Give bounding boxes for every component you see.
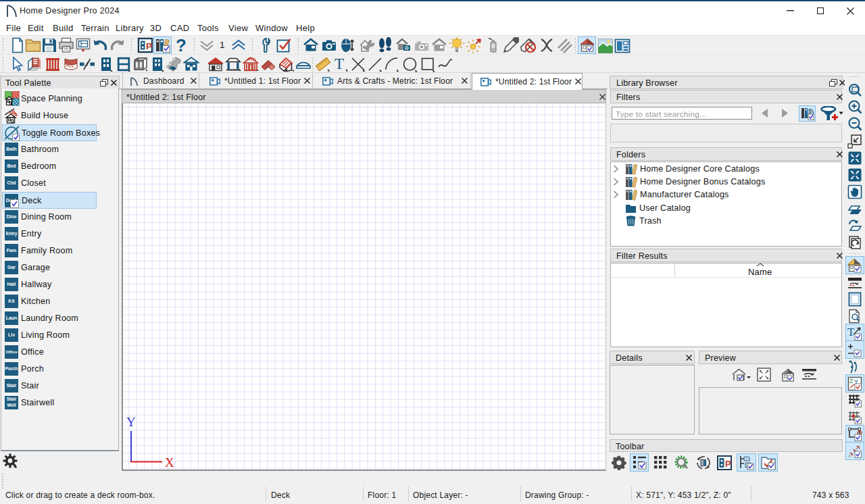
- svg-text:Y: Y: [126, 415, 136, 429]
- svg-text:P: P: [146, 41, 152, 51]
- svg-text:P: P: [725, 459, 731, 469]
- svg-text:Z: Z: [849, 378, 854, 384]
- svg-text:T: T: [335, 56, 344, 72]
- svg-text:X: X: [165, 455, 174, 470]
- svg-text:T: T: [847, 326, 855, 338]
- svg-text:?: ?: [176, 37, 187, 53]
